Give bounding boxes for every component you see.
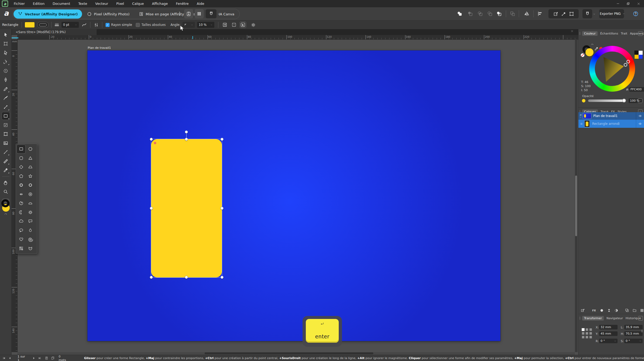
flip-button[interactable] (524, 11, 530, 18)
s-dropdown[interactable]: 0 ° (624, 339, 643, 343)
convert-to-curves-icon[interactable] (222, 22, 228, 27)
hue-selector[interactable] (626, 60, 630, 63)
node-tool[interactable] (0, 48, 12, 57)
menu-item-affichage[interactable]: Affichage (148, 0, 172, 7)
shape-star[interactable] (26, 172, 35, 181)
selection-handle-sw[interactable] (150, 276, 153, 279)
document-tab[interactable]: <Sans titre> [Modifié] (179.9%) (12, 29, 97, 35)
color-picker-tool[interactable] (0, 166, 12, 175)
export-png-button[interactable]: Exporter PNG (599, 9, 624, 18)
shape-cog-star[interactable] (26, 181, 35, 190)
contour-tool[interactable] (0, 57, 12, 67)
menu-item-document[interactable]: Document (49, 0, 74, 7)
pencil-tool[interactable] (0, 84, 12, 94)
panel-menu-button[interactable] (638, 31, 643, 36)
opacity-slider-handle[interactable] (622, 99, 626, 102)
selection-handle-n[interactable] (185, 138, 188, 141)
horizontal-scroll-thumb[interactable] (205, 352, 373, 354)
shape-qr-code[interactable] (16, 244, 26, 253)
measure-tool[interactable] (0, 157, 12, 166)
menu-item-aide[interactable]: Aide (193, 0, 208, 7)
layer-row-artboard[interactable]: Plan de travail1 (578, 112, 644, 120)
artboard-tool[interactable] (0, 39, 12, 49)
gear-icon[interactable] (251, 22, 256, 27)
swap-fill-stroke-button[interactable] (4, 213, 8, 217)
paste-style-button[interactable] (184, 9, 193, 18)
persona-vector-designer[interactable]: Vecteur (Affinity Designer) (13, 9, 82, 19)
shape-double-arrow[interactable] (16, 190, 26, 199)
stroke-swatch[interactable] (37, 22, 49, 28)
layer-thumbnail[interactable] (583, 113, 591, 119)
tailles-absolues-checkbox[interactable] (136, 23, 140, 27)
rectangle-tool[interactable] (0, 112, 12, 121)
opacity-dropdown[interactable] (638, 98, 642, 103)
h-input[interactable]: 70,5 mm (624, 331, 643, 336)
shape-pie[interactable] (16, 199, 26, 208)
menu-item-fichier[interactable]: Fichier (10, 0, 29, 7)
tab-trait[interactable]: Trait (621, 32, 627, 35)
restore-button[interactable] (623, 0, 633, 7)
tab-couleur[interactable]: Couleur (582, 31, 598, 36)
selection-box-icon[interactable] (569, 11, 574, 17)
vertical-scroll-thumb[interactable] (575, 176, 577, 236)
boolean-subtract-button[interactable] (467, 11, 473, 18)
menu-item-texte[interactable]: Texte (74, 0, 91, 7)
view-tool[interactable] (0, 178, 12, 187)
swatch-yellow[interactable] (635, 55, 639, 59)
align-button[interactable] (537, 11, 543, 18)
swatch-black[interactable] (635, 51, 639, 55)
shape-donut[interactable] (26, 190, 35, 199)
l-input[interactable]: 35,9 mm (624, 325, 643, 329)
shape-crescent[interactable] (16, 208, 26, 217)
snapping-dropdown[interactable] (217, 13, 220, 16)
stroke-color-well[interactable] (1, 199, 9, 207)
persona-pixel-photo[interactable]: Pixel (Affinity Photo) (83, 9, 134, 19)
quad-color-swatch[interactable] (635, 51, 643, 59)
dimension-tool[interactable] (0, 148, 12, 157)
shape-callout-rect[interactable] (26, 217, 35, 226)
edit-all-layers-icon[interactable] (553, 11, 559, 17)
new-layer-icon[interactable] (625, 308, 629, 312)
previous-page-icon[interactable] (8, 356, 12, 360)
tab-echantillons[interactable]: Échantillons (600, 32, 618, 35)
anchor-point-selector[interactable] (582, 328, 592, 338)
zoom-tool[interactable] (0, 187, 12, 197)
select-mode-icon[interactable] (240, 22, 246, 28)
corner-radius-input[interactable]: 10 % (197, 22, 214, 28)
menu-item-fenetre[interactable]: Fenêtre (172, 0, 193, 7)
marquee-settings-icon[interactable] (231, 22, 237, 27)
close-button[interactable] (633, 0, 644, 7)
toolbar-overflow-button[interactable] (177, 11, 182, 17)
edit-layer-icon[interactable] (581, 308, 585, 313)
shape-ellipse[interactable] (26, 145, 35, 154)
tab-transformer[interactable]: Transformer (582, 316, 604, 321)
fx-icon[interactable]: FX (592, 308, 596, 313)
selection-handle-nw[interactable] (150, 138, 153, 141)
boolean-divide-button[interactable] (496, 11, 502, 18)
pen-tool[interactable] (0, 75, 12, 85)
adjustment-icon[interactable] (607, 308, 611, 312)
mask-icon[interactable] (600, 308, 604, 312)
shape-diamond[interactable] (16, 163, 26, 172)
canvas-viewport[interactable]: Plan de travail1 (17, 39, 578, 352)
menu-item-pixel[interactable]: Pixel (112, 0, 128, 7)
artboard-label[interactable]: Plan de travail1 (88, 46, 111, 50)
rayon-simple-checkbox[interactable]: ✓ (106, 23, 110, 27)
selection-handle-se[interactable] (221, 276, 223, 279)
none-color-swatch[interactable] (581, 53, 584, 57)
vector-crop-tool[interactable] (0, 121, 12, 130)
corner-radius-handle[interactable] (154, 142, 156, 144)
r-dropdown[interactable]: 0 ° (599, 339, 618, 343)
shape-cloud[interactable] (16, 217, 26, 226)
snapping-presets-button[interactable] (582, 9, 592, 18)
shape-callout-round[interactable] (16, 226, 26, 235)
help-button[interactable] (633, 11, 639, 18)
properties-sliders-icon[interactable] (94, 22, 99, 27)
move-tool[interactable] (0, 30, 12, 39)
shape-heart[interactable] (16, 235, 26, 244)
snapping-button[interactable] (206, 9, 216, 18)
shape-starburst[interactable] (16, 181, 26, 190)
shape-spiral[interactable] (26, 235, 35, 244)
shape-tear[interactable] (26, 226, 35, 235)
layer-thumbnail[interactable] (584, 120, 590, 127)
